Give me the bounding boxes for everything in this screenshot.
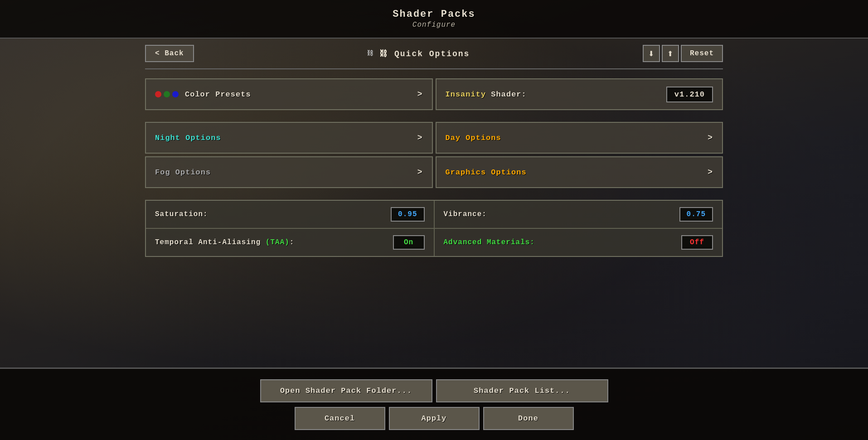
fog-options-label: Fog Options — [155, 168, 211, 177]
reset-button[interactable]: Reset — [681, 45, 723, 62]
done-button[interactable]: Done — [483, 407, 574, 430]
saturation-cell: Saturation: 0.95 — [146, 201, 435, 228]
apply-button[interactable]: Apply — [389, 407, 480, 430]
color-presets-button[interactable]: Color Presets > — [145, 78, 433, 110]
advanced-materials-cell: Advanced Materials: Off — [435, 229, 723, 256]
color-dots — [155, 91, 179, 97]
settings-row-1: Saturation: 0.95 Vibrance: 0.75 — [146, 201, 722, 229]
window-title: Shader Packs — [393, 9, 475, 20]
insanity-version-box: v1.210 — [666, 87, 713, 102]
import-icon: ⬇ — [648, 49, 654, 58]
day-options-button[interactable]: Day Options > — [436, 122, 723, 154]
window-subtitle: Configure — [412, 21, 456, 29]
vibrance-value[interactable]: 0.75 — [679, 207, 713, 222]
nav-bar: < Back ⛓ ⛓ Quick Options ⬇ ⬆ Reset — [145, 39, 723, 69]
fog-options-button[interactable]: Fog Options > — [145, 156, 433, 188]
back-button[interactable]: < Back — [145, 45, 194, 62]
fog-options-chevron: > — [417, 168, 423, 177]
taa-cell: Temporal Anti-Aliasing (TAA): On — [146, 229, 435, 256]
top-bar: Shader Packs Configure — [0, 0, 868, 39]
graphics-options-chevron: > — [708, 168, 713, 177]
open-shader-pack-folder-button[interactable]: Open Shader Pack Folder... — [260, 379, 432, 402]
options-panel: Color Presets > Insanity Shader: v1.210 … — [145, 78, 723, 257]
main-content: < Back ⛓ ⛓ Quick Options ⬇ ⬆ Reset — [0, 39, 868, 367]
spacer-1 — [145, 113, 723, 122]
dot-red — [155, 91, 161, 97]
insanity-shader-label: Insanity Shader: — [446, 90, 527, 99]
taa-value[interactable]: On — [393, 235, 425, 250]
graphics-options-label: Graphics Options — [446, 168, 527, 177]
dot-blue — [172, 91, 179, 97]
export-icon: ⬆ — [667, 49, 673, 58]
insanity-label-suffix: Shader: — [486, 90, 527, 99]
color-presets-chevron: > — [417, 90, 423, 99]
night-options-chevron: > — [417, 133, 423, 142]
graphics-options-button[interactable]: Graphics Options > — [436, 156, 723, 188]
insanity-shader-container: Insanity Shader: v1.210 — [436, 78, 723, 110]
color-presets-label: Color Presets — [185, 90, 251, 99]
settings-section: Saturation: 0.95 Vibrance: 0.75 Temporal… — [145, 200, 723, 257]
nav-right-buttons: ⬇ ⬆ Reset — [643, 45, 723, 62]
night-day-row: Night Options > Day Options > — [145, 122, 723, 154]
settings-row-2: Temporal Anti-Aliasing (TAA): On Advance… — [146, 229, 722, 256]
color-presets-inner: Color Presets — [155, 90, 251, 99]
advanced-materials-value[interactable]: Off — [681, 235, 713, 250]
saturation-value[interactable]: 0.95 — [391, 207, 424, 222]
day-options-chevron: > — [708, 133, 713, 142]
link-icon: ⛓ — [367, 50, 374, 57]
saturation-label: Saturation: — [155, 210, 208, 218]
top-row: Color Presets > Insanity Shader: v1.210 — [145, 78, 723, 110]
fog-graphics-row: Fog Options > Graphics Options > — [145, 156, 723, 188]
vibrance-cell: Vibrance: 0.75 — [435, 201, 723, 228]
taa-label: Temporal Anti-Aliasing (TAA): — [155, 238, 294, 247]
night-options-button[interactable]: Night Options > — [145, 122, 433, 154]
insanity-word: Insanity — [446, 90, 486, 99]
dot-green — [164, 91, 170, 97]
vibrance-label: Vibrance: — [444, 210, 487, 218]
adv-mat-label-text: Advanced Materials: — [444, 238, 535, 247]
bottom-row-1: Open Shader Pack Folder... Shader Pack L… — [260, 379, 608, 402]
advanced-materials-label: Advanced Materials: — [444, 238, 535, 247]
night-options-label: Night Options — [155, 134, 221, 142]
bottom-bar: Open Shader Pack Folder... Shader Pack L… — [0, 367, 868, 440]
taa-acronym: (TAA) — [266, 238, 290, 247]
day-options-label: Day Options — [446, 134, 501, 142]
quick-options-label: ⛓ ⛓ Quick Options — [367, 49, 470, 58]
bottom-row-2: Cancel Apply Done — [295, 407, 574, 430]
import-button[interactable]: ⬇ — [643, 45, 660, 62]
cancel-button[interactable]: Cancel — [295, 407, 385, 430]
shader-pack-list-button[interactable]: Shader Pack List... — [436, 379, 608, 402]
export-button[interactable]: ⬆ — [662, 45, 679, 62]
